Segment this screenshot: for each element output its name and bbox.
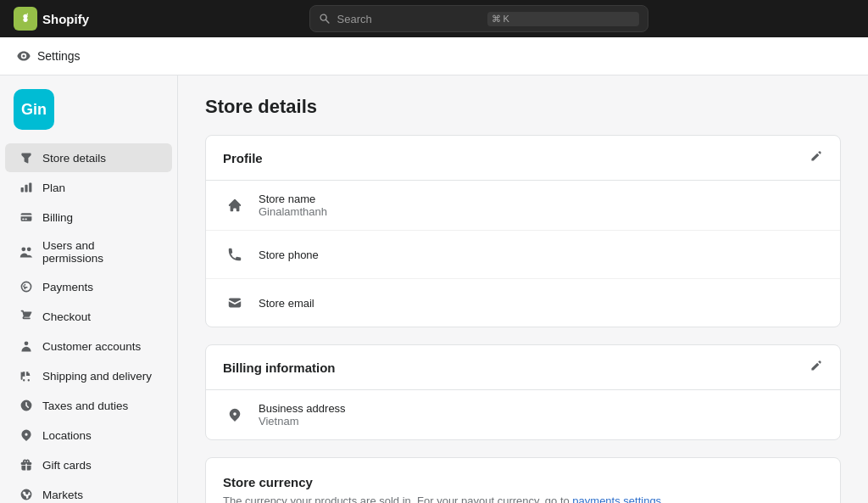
store-name-value: Ginalamthanh — [259, 205, 327, 218]
users-icon — [19, 244, 34, 260]
top-navigation: Shopify Search ⌘ K — [0, 0, 868, 37]
business-address-value: Vietnam — [259, 415, 346, 428]
taxes-icon — [19, 398, 34, 413]
store-avatar: Gin — [14, 89, 54, 130]
business-address-label: Business address — [259, 402, 346, 415]
billing-card: Billing information Business address Vie… — [205, 344, 841, 440]
profile-card-title: Profile — [223, 151, 263, 165]
store-phone-icon — [223, 243, 247, 266]
store-email-content: Store email — [259, 297, 314, 310]
billing-card-title: Billing information — [223, 360, 336, 375]
sidebar-item-label: Checkout — [42, 310, 91, 323]
store-name-row: Store name Ginalamthanh — [206, 181, 840, 231]
sidebar-item-label: Gift cards — [42, 459, 92, 472]
sidebar-item-taxes-duties[interactable]: Taxes and duties — [5, 391, 172, 420]
business-address-icon — [223, 403, 247, 427]
sidebar-item-plan[interactable]: Plan — [5, 173, 172, 202]
page-header-title: Settings — [37, 49, 81, 63]
currency-desc-text: The currency your products are sold in. … — [223, 495, 572, 503]
sidebar-item-billing[interactable]: Billing — [5, 203, 172, 232]
shipping-icon — [19, 368, 34, 383]
settings-icon — [17, 49, 31, 63]
store-email-row: Store email — [206, 279, 840, 327]
profile-card: Profile Store name Ginalamthanh — [205, 135, 841, 327]
sidebar-item-store-details[interactable]: Store details — [5, 143, 172, 172]
sidebar-item-label: Taxes and duties — [42, 400, 128, 412]
business-address-content: Business address Vietnam — [259, 402, 346, 428]
sidebar: Gin Store details Plan Billing Users and… — [0, 75, 178, 503]
sidebar-item-label: Billing — [42, 211, 73, 224]
main-layout: Gin Store details Plan Billing Users and… — [0, 75, 868, 503]
page-header: Settings — [0, 37, 868, 75]
sidebar-item-label: Payments — [42, 281, 93, 293]
sidebar-item-markets[interactable]: Markets — [5, 480, 172, 503]
store-currency-card: Store currency The currency your product… — [205, 457, 841, 503]
search-bar[interactable]: Search ⌘ K — [309, 5, 648, 32]
payments-icon — [19, 279, 34, 294]
shopify-logo-icon — [14, 7, 37, 31]
store-email-label: Store email — [259, 297, 314, 310]
sidebar-item-label: Customer accounts — [42, 340, 141, 353]
currency-title: Store currency — [223, 475, 823, 489]
billing-edit-button[interactable] — [810, 359, 823, 376]
logo-text: Shopify — [42, 12, 89, 26]
billing-icon — [19, 210, 34, 225]
page-title: Store details — [205, 96, 841, 118]
search-shortcut: ⌘ K — [487, 12, 639, 26]
sidebar-item-label: Plan — [42, 182, 65, 194]
payments-settings-link[interactable]: payments settings — [572, 495, 661, 503]
sidebar-item-checkout[interactable]: Checkout — [5, 302, 172, 331]
currency-desc-end: . — [661, 495, 665, 503]
sidebar-item-locations[interactable]: Locations — [5, 421, 172, 450]
gift-cards-icon — [19, 457, 34, 472]
store-name-label: Store name — [259, 193, 327, 205]
business-address-row: Business address Vietnam — [206, 390, 840, 439]
sidebar-item-label: Markets — [42, 489, 83, 501]
store-name-icon — [223, 193, 247, 217]
store-email-icon — [223, 291, 247, 315]
store-phone-label: Store phone — [259, 249, 319, 261]
store-details-icon — [19, 150, 34, 165]
main-content: Store details Profile Store name Ginalam… — [178, 75, 868, 503]
currency-description: The currency your products are sold in. … — [223, 495, 823, 503]
checkout-icon — [19, 309, 34, 324]
locations-icon — [19, 428, 34, 443]
store-phone-row: Store phone — [206, 231, 840, 279]
plan-icon — [19, 180, 34, 195]
sidebar-item-payments[interactable]: Payments — [5, 272, 172, 301]
sidebar-item-customer-accounts[interactable]: Customer accounts — [5, 332, 172, 360]
sidebar-item-label: Shipping and delivery — [42, 370, 152, 383]
sidebar-item-label: Users and permissions — [42, 239, 159, 265]
store-phone-content: Store phone — [259, 249, 319, 261]
sidebar-item-label: Locations — [42, 429, 92, 442]
shopify-logo: Shopify — [14, 7, 89, 31]
sidebar-item-label: Store details — [42, 152, 106, 165]
sidebar-item-gift-cards[interactable]: Gift cards — [5, 450, 172, 479]
customer-accounts-icon — [19, 338, 34, 354]
profile-edit-button[interactable] — [810, 149, 823, 166]
profile-card-header: Profile — [206, 136, 840, 181]
currency-section: Store currency The currency your product… — [206, 458, 840, 503]
search-icon — [319, 13, 331, 25]
search-placeholder: Search — [337, 13, 481, 25]
billing-card-header: Billing information — [206, 345, 840, 390]
markets-icon — [19, 487, 34, 502]
sidebar-item-users-permissions[interactable]: Users and permissions — [5, 232, 172, 271]
store-name-content: Store name Ginalamthanh — [259, 193, 327, 218]
sidebar-item-shipping-delivery[interactable]: Shipping and delivery — [5, 361, 172, 390]
